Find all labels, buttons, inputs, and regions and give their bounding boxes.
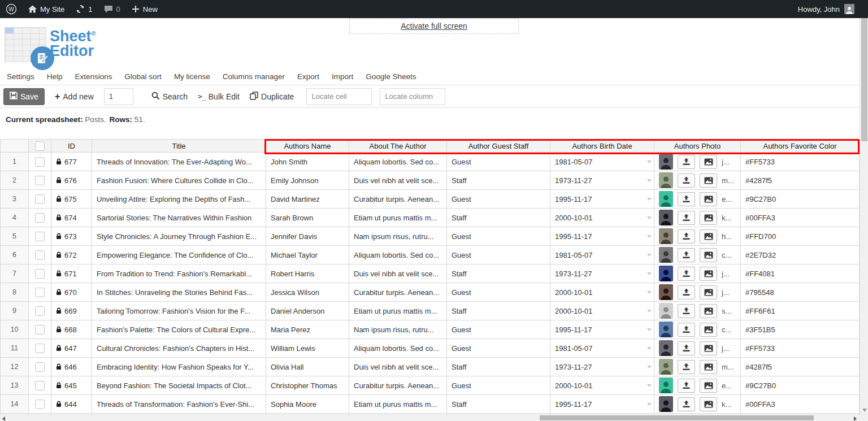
media-library-button[interactable] bbox=[700, 229, 717, 244]
about-author-cell[interactable]: Curabitur turpis. Aenean... bbox=[349, 376, 447, 395]
about-author-cell[interactable]: Aliquam lobortis. Sed co... bbox=[349, 339, 447, 358]
menu-item-import[interactable]: Import bbox=[332, 72, 353, 81]
upload-photo-button[interactable] bbox=[678, 229, 695, 244]
guest-staff-cell[interactable]: Staff bbox=[447, 171, 550, 190]
id-cell[interactable]: 677 bbox=[51, 153, 92, 171]
id-cell[interactable]: 645 bbox=[51, 376, 92, 395]
author-photo-thumbnail[interactable] bbox=[659, 191, 673, 207]
media-library-button[interactable] bbox=[700, 323, 717, 337]
media-library-button[interactable] bbox=[700, 173, 717, 188]
birth-date-cell[interactable]: 2000-10-01 bbox=[550, 302, 654, 320]
id-cell[interactable]: 668 bbox=[51, 320, 92, 339]
dropdown-arrow-icon[interactable] bbox=[647, 198, 652, 201]
add-new-button[interactable]: + Add new bbox=[55, 92, 94, 102]
upload-photo-button[interactable] bbox=[678, 323, 695, 337]
author-photo-thumbnail[interactable] bbox=[659, 359, 673, 375]
row-checkbox[interactable] bbox=[35, 362, 45, 372]
guest-staff-cell[interactable]: Guest bbox=[447, 190, 550, 209]
author-photo-thumbnail[interactable] bbox=[659, 266, 673, 281]
id-cell[interactable]: 646 bbox=[51, 358, 92, 376]
title-cell[interactable]: In Stitches: Unraveling the Stories Behi… bbox=[92, 283, 266, 302]
dropdown-arrow-icon[interactable] bbox=[647, 179, 652, 182]
id-cell[interactable]: 674 bbox=[51, 209, 92, 227]
favorite-color-cell[interactable]: #00FFA3 bbox=[741, 395, 860, 414]
upload-photo-button[interactable] bbox=[678, 285, 695, 300]
new-content-menu[interactable]: New bbox=[126, 0, 163, 18]
about-author-cell[interactable]: Curabitur turpis. Aenean... bbox=[349, 283, 447, 302]
row-checkbox[interactable] bbox=[35, 250, 45, 260]
wordpress-logo-menu[interactable]: W bbox=[0, 0, 23, 18]
id-cell[interactable]: 669 bbox=[51, 302, 92, 320]
select-all-checkbox[interactable] bbox=[35, 141, 45, 151]
dropdown-arrow-icon[interactable] bbox=[647, 235, 652, 238]
scroll-left-arrow[interactable] bbox=[2, 416, 5, 421]
author-name-cell[interactable]: William Lewis bbox=[266, 339, 349, 358]
id-cell[interactable]: 676 bbox=[51, 171, 92, 190]
user-avatar[interactable] bbox=[844, 4, 854, 14]
my-site-menu[interactable]: My Site bbox=[23, 0, 70, 18]
author-photo-thumbnail[interactable] bbox=[659, 154, 673, 170]
column-header-id[interactable]: ID bbox=[51, 140, 92, 153]
row-checkbox[interactable] bbox=[35, 232, 45, 241]
guest-staff-cell[interactable]: Staff bbox=[447, 302, 550, 320]
favorite-color-cell[interactable]: #4287f5 bbox=[741, 358, 860, 376]
guest-staff-cell[interactable]: Guest bbox=[447, 283, 550, 302]
title-cell[interactable]: Threads of Innovation: The Ever-Adapting… bbox=[92, 153, 266, 171]
media-library-button[interactable] bbox=[700, 211, 717, 225]
author-photo-thumbnail[interactable] bbox=[659, 322, 673, 337]
media-library-button[interactable] bbox=[700, 379, 717, 393]
media-library-button[interactable] bbox=[700, 304, 717, 318]
author-name-cell[interactable]: John Smith bbox=[266, 153, 349, 171]
menu-item-google-sheets[interactable]: Google Sheets bbox=[366, 72, 416, 81]
guest-staff-cell[interactable]: Guest bbox=[447, 339, 550, 358]
favorite-color-cell[interactable]: #3F51B5 bbox=[741, 320, 860, 339]
author-name-cell[interactable]: Sophia Moore bbox=[266, 395, 349, 414]
howdy-label[interactable]: Howdy, John bbox=[798, 5, 840, 14]
title-cell[interactable]: Style Chronicles: A Journey Through Fash… bbox=[92, 227, 266, 246]
author-name-cell[interactable]: Jessica Wilson bbox=[266, 283, 349, 302]
favorite-color-cell[interactable]: #FF5733 bbox=[741, 339, 860, 358]
about-author-cell[interactable]: Duis vel nibh at velit sce... bbox=[349, 171, 447, 190]
column-header-favorite-color[interactable]: Authors Favorite Color bbox=[741, 140, 860, 153]
upload-photo-button[interactable] bbox=[678, 173, 695, 188]
title-cell[interactable]: Tailoring Tomorrow: Fashion's Vision for… bbox=[92, 302, 266, 320]
media-library-button[interactable] bbox=[700, 248, 717, 262]
media-library-button[interactable] bbox=[700, 155, 717, 169]
upload-photo-button[interactable] bbox=[678, 248, 695, 262]
guest-staff-cell[interactable]: Guest bbox=[447, 153, 550, 171]
column-header-birth-date[interactable]: Authors Birth Date bbox=[550, 140, 654, 153]
guest-staff-cell[interactable]: Staff bbox=[447, 395, 550, 414]
vertical-scrollbar-thumb[interactable] bbox=[861, 7, 867, 141]
id-cell[interactable]: 675 bbox=[51, 190, 92, 209]
row-checkbox[interactable] bbox=[35, 381, 45, 390]
title-cell[interactable]: Embracing Identity: How Fashion Speaks f… bbox=[92, 358, 266, 376]
activate-fullscreen-link[interactable]: Activate full screen bbox=[401, 21, 467, 31]
menu-item-help[interactable]: Help bbox=[47, 72, 63, 81]
title-cell[interactable]: Sartorial Stories: The Narratives Within… bbox=[92, 209, 266, 227]
favorite-color-cell[interactable]: #2E7D32 bbox=[741, 246, 860, 264]
locate-cell-input[interactable] bbox=[306, 88, 372, 105]
about-author-cell[interactable]: Etiam ut purus mattis m... bbox=[349, 395, 447, 414]
media-library-button[interactable] bbox=[700, 267, 717, 281]
title-cell[interactable]: Threads of Transformation: Fashion's Eve… bbox=[92, 395, 266, 414]
author-name-cell[interactable]: Daniel Anderson bbox=[266, 302, 349, 320]
author-photo-thumbnail[interactable] bbox=[659, 172, 673, 188]
favorite-color-cell[interactable]: #FFD700 bbox=[741, 227, 860, 246]
guest-staff-cell[interactable]: Staff bbox=[447, 264, 550, 283]
column-header-photo[interactable]: Authors Photo bbox=[654, 140, 741, 153]
upload-photo-button[interactable] bbox=[678, 360, 695, 374]
dropdown-arrow-icon[interactable] bbox=[647, 291, 652, 294]
dropdown-arrow-icon[interactable] bbox=[647, 310, 652, 313]
menu-item-columns-manager[interactable]: Columns manager bbox=[223, 72, 285, 81]
column-header-title[interactable]: Title bbox=[92, 140, 266, 153]
search-button[interactable]: Search bbox=[151, 92, 188, 102]
id-cell[interactable]: 670 bbox=[51, 283, 92, 302]
row-checkbox[interactable] bbox=[35, 213, 45, 223]
id-cell[interactable]: 673 bbox=[51, 227, 92, 246]
locate-column-input[interactable] bbox=[380, 88, 445, 105]
about-author-cell[interactable]: Nam ipsum risus, rutru... bbox=[349, 227, 447, 246]
row-checkbox[interactable] bbox=[35, 306, 45, 316]
add-new-count-input[interactable] bbox=[104, 88, 133, 105]
author-photo-thumbnail[interactable] bbox=[659, 396, 673, 412]
guest-staff-cell[interactable]: Staff bbox=[447, 358, 550, 376]
